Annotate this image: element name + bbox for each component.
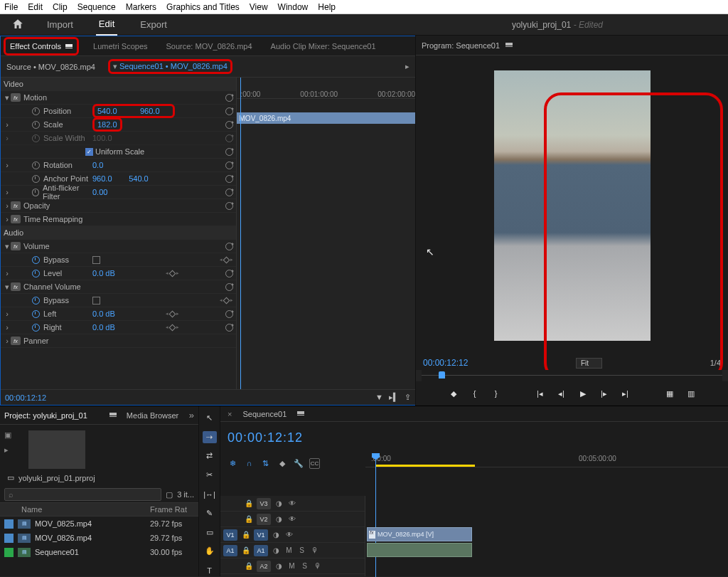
in-point-icon[interactable]: { bbox=[469, 388, 481, 399]
label-swatch[interactable] bbox=[4, 548, 14, 557]
program-scrubbar[interactable] bbox=[422, 370, 722, 381]
play-icon[interactable]: ▶ bbox=[577, 388, 589, 399]
new-bin-icon[interactable]: ▢ bbox=[166, 490, 173, 499]
track-a1[interactable]: A1 🔒 A1 ◑ MS 🎙 bbox=[220, 543, 365, 559]
checkbox-empty[interactable] bbox=[92, 256, 100, 264]
tab-project[interactable]: Project: yolyuki_proj_01 bbox=[4, 411, 87, 420]
lock-icon[interactable]: 🔒 bbox=[244, 562, 253, 570]
keyframe-icon[interactable] bbox=[223, 297, 230, 304]
asset-row[interactable]: ▤ Sequence01 30.00 fps bbox=[0, 545, 198, 559]
reset-icon[interactable] bbox=[225, 148, 233, 156]
preview-thumb[interactable] bbox=[28, 430, 85, 469]
toggle-output-icon[interactable]: ◑ bbox=[272, 546, 281, 554]
bin-icon[interactable]: ▭ bbox=[7, 473, 14, 482]
uniform-scale[interactable]: ✓ Uniform Scale bbox=[1, 145, 236, 159]
linked-sel-icon[interactable]: ⇅ bbox=[260, 458, 271, 469]
reset-icon[interactable] bbox=[225, 189, 233, 196]
video-clip[interactable]: fx MOV_0826.mp4 [V] bbox=[367, 527, 472, 541]
menu-edit[interactable]: Edit bbox=[28, 2, 43, 12]
position-x[interactable]: 540.0 bbox=[97, 107, 127, 115]
label-swatch[interactable] bbox=[4, 519, 14, 529]
stopwatch-icon[interactable] bbox=[32, 324, 40, 332]
timeline-playhead-line[interactable] bbox=[375, 453, 376, 577]
panel-menu-icon[interactable] bbox=[297, 411, 304, 417]
tab-effect-controls[interactable]: Effect Controls bbox=[4, 37, 79, 55]
stopwatch-icon[interactable] bbox=[32, 107, 40, 115]
keyframe-icon[interactable] bbox=[223, 256, 230, 263]
rotation-value[interactable]: 0.0 bbox=[92, 161, 122, 169]
search-input[interactable] bbox=[4, 488, 161, 501]
track-v3[interactable]: 🔒 V3 ◑ 👁 bbox=[220, 496, 365, 512]
volume-effect[interactable]: ▾fx Volume bbox=[1, 240, 236, 253]
ripple-tool-icon[interactable]: ⇄ bbox=[203, 450, 217, 462]
channel-volume-effect[interactable]: ▾fx Channel Volume bbox=[1, 280, 236, 294]
selection-tool-icon[interactable]: ↖ bbox=[203, 412, 217, 424]
opacity-effect[interactable]: ›fx Opacity bbox=[1, 199, 236, 213]
tab-audio-mixer[interactable]: Audio Clip Mixer: Sequence01 bbox=[267, 39, 380, 53]
ws-export[interactable]: Export bbox=[137, 14, 170, 35]
lock-icon[interactable]: 🔒 bbox=[241, 531, 250, 539]
timeline-ruler[interactable]: :00:00 00:05:00:00 bbox=[365, 453, 728, 467]
source-patch-v1[interactable]: V1 bbox=[223, 529, 237, 541]
reset-icon[interactable] bbox=[225, 270, 233, 277]
type-tool-icon[interactable]: T bbox=[203, 564, 217, 576]
track-canvas[interactable]: fx MOV_0826.mp4 [V] bbox=[365, 496, 728, 576]
goto-out-icon[interactable]: ▸| bbox=[620, 388, 631, 399]
label-swatch[interactable] bbox=[4, 534, 14, 543]
tab-media-browser[interactable]: Media Browser bbox=[127, 411, 178, 420]
ws-import[interactable]: Import bbox=[44, 14, 76, 35]
reset-icon[interactable] bbox=[225, 324, 233, 332]
toggle-output-icon[interactable]: ◑ bbox=[274, 515, 284, 523]
reset-icon[interactable] bbox=[225, 94, 233, 102]
lift-icon[interactable]: ▦ bbox=[664, 388, 675, 399]
panel-menu-icon[interactable] bbox=[505, 43, 513, 48]
stopwatch-icon[interactable] bbox=[32, 297, 40, 305]
asset-row[interactable]: ▤ MOV_0826.mp4 29.72 fps bbox=[0, 531, 198, 545]
camera-icon[interactable]: ▣ bbox=[4, 430, 11, 440]
marker-icon[interactable]: ◆ bbox=[277, 458, 287, 469]
tab-lumetri[interactable]: Lumetri Scopes bbox=[89, 39, 151, 53]
eye-icon[interactable]: 👁 bbox=[287, 499, 296, 507]
stopwatch-icon[interactable] bbox=[32, 121, 40, 129]
menu-window[interactable]: Window bbox=[278, 2, 309, 12]
filter-icon[interactable]: ▼ bbox=[375, 393, 383, 402]
program-scale[interactable]: 1/4 bbox=[710, 359, 721, 367]
mic-icon[interactable]: 🎙 bbox=[313, 562, 322, 570]
step-fwd-icon[interactable]: |▸ bbox=[599, 388, 610, 399]
settings-icon[interactable]: 🔧 bbox=[293, 458, 304, 469]
reset-icon[interactable] bbox=[225, 107, 233, 115]
pen-tool-icon[interactable]: ✎ bbox=[203, 507, 217, 519]
track-select-tool-icon[interactable]: ⇢ bbox=[203, 431, 217, 443]
magnet-icon[interactable]: ∩ bbox=[244, 458, 255, 469]
source-patch-a1[interactable]: A1 bbox=[223, 545, 237, 556]
menu-file[interactable]: File bbox=[4, 2, 18, 12]
reset-icon[interactable] bbox=[225, 283, 233, 291]
menu-graphics[interactable]: Graphics and Titles bbox=[166, 2, 240, 12]
checkbox-empty[interactable] bbox=[92, 297, 100, 305]
extract-icon[interactable]: ▥ bbox=[685, 388, 697, 399]
program-tc[interactable]: 00:00:12:12 bbox=[423, 358, 468, 368]
timeline-tc[interactable]: 00:00:12:12 bbox=[228, 430, 303, 445]
zoom-dropdown[interactable]: Fit bbox=[576, 358, 602, 369]
stopwatch-icon[interactable] bbox=[32, 256, 40, 264]
eye-icon[interactable]: 👁 bbox=[287, 515, 296, 523]
keyframe-icon[interactable] bbox=[169, 310, 176, 317]
track-v2[interactable]: 🔒 V2 ◑ 👁 bbox=[220, 512, 365, 527]
toggle-output-icon[interactable]: ◑ bbox=[274, 499, 284, 507]
home-icon[interactable] bbox=[11, 18, 24, 32]
checkbox-icon[interactable]: ✓ bbox=[85, 148, 93, 156]
play-only-icon[interactable]: ▸ bbox=[405, 62, 410, 71]
panel-menu-icon[interactable] bbox=[65, 44, 73, 50]
eye-icon[interactable]: 👁 bbox=[284, 531, 294, 539]
play-seg-icon[interactable]: ▸▍ bbox=[389, 393, 399, 402]
play-thumb-icon[interactable]: ▸ bbox=[4, 445, 11, 455]
step-back-icon[interactable]: ◂| bbox=[556, 388, 567, 399]
menu-clip[interactable]: Clip bbox=[53, 2, 68, 12]
position-y[interactable]: 960.0 bbox=[140, 107, 170, 115]
stopwatch-icon[interactable] bbox=[32, 162, 40, 169]
menu-help[interactable]: Help bbox=[318, 2, 336, 12]
motion-effect[interactable]: ▾fx Motion bbox=[1, 91, 236, 105]
rectangle-tool-icon[interactable]: ▭ bbox=[203, 526, 217, 539]
hand-tool-icon[interactable]: ✋ bbox=[203, 545, 217, 557]
snap-icon[interactable]: ❄ bbox=[228, 458, 238, 469]
